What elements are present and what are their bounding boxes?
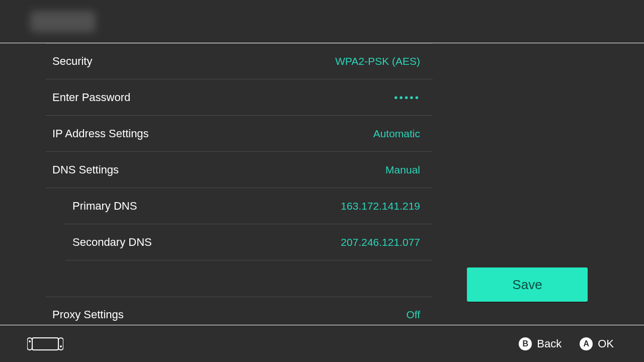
hint-ok[interactable]: A OK xyxy=(580,337,614,350)
row-label: DNS Settings xyxy=(52,163,119,176)
row-enter-password[interactable]: Enter Password ••••• xyxy=(45,79,433,116)
row-secondary-dns[interactable]: Secondary DNS 207.246.121.077 xyxy=(65,224,433,260)
svg-rect-1 xyxy=(27,338,32,350)
hint-back-label: Back xyxy=(537,337,561,350)
b-button-icon: B xyxy=(519,337,532,350)
header xyxy=(0,0,644,43)
row-value: Manual xyxy=(385,164,420,176)
controller-icon xyxy=(27,337,63,351)
svg-rect-0 xyxy=(32,338,58,350)
row-label: Security xyxy=(52,55,92,68)
row-value: Automatic xyxy=(373,128,420,140)
row-proxy-settings[interactable]: Proxy Settings Off xyxy=(45,297,433,325)
row-security[interactable]: Security WPA2-PSK (AES) xyxy=(45,43,433,79)
row-value: 207.246.121.077 xyxy=(341,236,420,248)
hint-back[interactable]: B Back xyxy=(519,337,561,350)
row-label: Secondary DNS xyxy=(72,236,152,249)
svg-point-3 xyxy=(29,340,31,342)
spacer xyxy=(45,260,433,297)
a-button-icon: A xyxy=(580,337,593,350)
save-button-label: Save xyxy=(512,277,542,293)
left-gutter xyxy=(0,43,15,325)
row-value: WPA2-PSK (AES) xyxy=(335,55,420,67)
row-value: ••••• xyxy=(394,92,420,104)
row-value: 163.172.141.219 xyxy=(341,200,420,212)
settings-panel: Security WPA2-PSK (AES) Enter Password •… xyxy=(15,43,433,325)
row-dns-settings[interactable]: DNS Settings Manual xyxy=(45,152,433,188)
hint-ok-label: OK xyxy=(598,337,614,350)
row-label: IP Address Settings xyxy=(52,127,149,140)
row-label: Enter Password xyxy=(52,91,130,104)
settings-list: Security WPA2-PSK (AES) Enter Password •… xyxy=(45,43,433,325)
row-label: Primary DNS xyxy=(72,200,137,213)
row-primary-dns[interactable]: Primary DNS 163.172.141.219 xyxy=(65,188,433,224)
footer: B Back A OK xyxy=(0,325,644,362)
svg-point-4 xyxy=(60,345,62,347)
save-button[interactable]: Save xyxy=(467,267,588,302)
row-ip-address-settings[interactable]: IP Address Settings Automatic xyxy=(45,116,433,152)
right-panel: Save xyxy=(433,43,644,325)
row-label: Proxy Settings xyxy=(52,308,124,321)
row-value: Off xyxy=(406,309,420,321)
header-title-blurred xyxy=(30,11,96,32)
svg-rect-2 xyxy=(58,338,63,350)
